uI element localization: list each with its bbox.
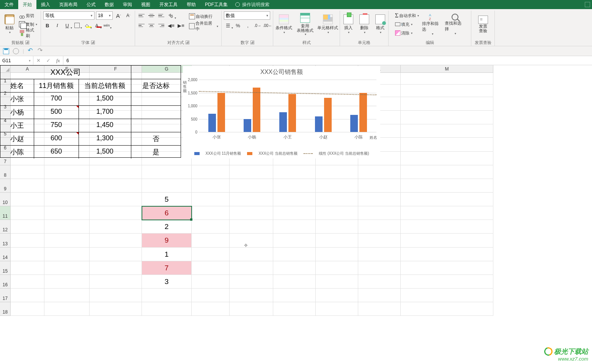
cell-g11[interactable]: 6: [142, 206, 192, 220]
cell[interactable]: [401, 220, 493, 234]
cell[interactable]: [401, 234, 493, 248]
cell[interactable]: [401, 289, 493, 302]
cell-g15[interactable]: 7: [142, 261, 192, 275]
cell[interactable]: [401, 152, 493, 165]
cell[interactable]: [230, 248, 273, 261]
cell[interactable]: [230, 193, 273, 206]
cell-styles-button[interactable]: 单元格样式▾: [317, 11, 339, 37]
redo-button[interactable]: [38, 48, 44, 54]
cell[interactable]: [192, 234, 230, 248]
cell[interactable]: [11, 248, 44, 261]
row-header-9[interactable]: 9: [0, 179, 11, 193]
table-cell[interactable]: 小陈: [0, 146, 34, 158]
cell[interactable]: [316, 220, 358, 234]
decrease-indent-button[interactable]: ◀≡: [167, 21, 175, 30]
cell[interactable]: [358, 193, 401, 206]
cell[interactable]: [273, 248, 316, 261]
menu-data[interactable]: 数据: [100, 0, 118, 9]
cell[interactable]: [44, 302, 90, 316]
formula-input[interactable]: 6: [63, 56, 592, 65]
table-cell[interactable]: 1,700: [79, 106, 131, 119]
underline-button[interactable]: U▾: [63, 21, 71, 30]
cell[interactable]: [44, 275, 90, 289]
cancel-formula-button[interactable]: ✕: [33, 58, 43, 63]
wrap-text-button[interactable]: 自动换行: [188, 12, 219, 20]
menu-view[interactable]: 视图: [137, 0, 155, 9]
comma-button[interactable]: ,: [244, 21, 252, 30]
cell[interactable]: [273, 206, 316, 220]
table-cell[interactable]: 小杨: [0, 106, 34, 119]
cell[interactable]: [11, 206, 44, 220]
insert-cells-button[interactable]: 插入▾: [341, 11, 356, 37]
cell[interactable]: [11, 193, 44, 206]
clear-button[interactable]: 清除▾: [394, 29, 420, 37]
cell[interactable]: [316, 206, 358, 220]
cell[interactable]: [358, 234, 401, 248]
conditional-format-button[interactable]: 条件格式▾: [274, 11, 293, 37]
table-cell[interactable]: 650: [34, 146, 79, 158]
spreadsheet-grid[interactable]: AEFGHIJKLM 123456789101112131415161718 5…: [0, 65, 592, 327]
row-header-17[interactable]: 17: [0, 289, 11, 302]
row-header-8[interactable]: 8: [0, 165, 11, 179]
cell[interactable]: [316, 165, 358, 179]
autosum-button[interactable]: Σ自动求和▾: [394, 11, 420, 20]
cell[interactable]: [358, 179, 401, 193]
cell[interactable]: [230, 179, 273, 193]
cell[interactable]: [11, 234, 44, 248]
cell[interactable]: [192, 193, 230, 206]
cell[interactable]: [44, 220, 90, 234]
tell-me-search[interactable]: 操作说明搜索: [235, 2, 269, 8]
cell[interactable]: [142, 302, 192, 316]
undo-button[interactable]: [28, 48, 34, 54]
cell[interactable]: [401, 275, 493, 289]
percent-button[interactable]: %: [234, 21, 242, 30]
table-cell[interactable]: 小张: [0, 93, 34, 105]
cell[interactable]: [230, 165, 273, 179]
cell[interactable]: [44, 248, 90, 261]
menu-pdf[interactable]: PDF工具集: [200, 0, 232, 9]
cell[interactable]: [90, 179, 142, 193]
font-launcher-icon[interactable]: [91, 41, 95, 44]
qat-button-2[interactable]: [13, 48, 19, 54]
cell-g12[interactable]: 2: [142, 220, 192, 234]
cell[interactable]: [90, 165, 142, 179]
table-cell[interactable]: 是: [131, 146, 181, 158]
table-cell[interactable]: [131, 93, 181, 105]
find-select-button[interactable]: 查找和选择▾: [445, 11, 465, 37]
cell[interactable]: [192, 289, 230, 302]
cell[interactable]: [90, 193, 142, 206]
cell[interactable]: [230, 206, 273, 220]
table-cell[interactable]: 1,300: [79, 132, 131, 145]
cell[interactable]: [44, 193, 90, 206]
cell[interactable]: [192, 165, 230, 179]
cell[interactable]: [44, 289, 90, 302]
cell[interactable]: [192, 275, 230, 289]
row-header-18[interactable]: 18: [0, 302, 11, 316]
cell[interactable]: [401, 85, 493, 97]
paste-button[interactable]: 粘贴 ▾: [2, 11, 17, 37]
font-size-select[interactable]: 18: [96, 11, 113, 20]
cell[interactable]: [316, 302, 358, 316]
cell[interactable]: [358, 248, 401, 261]
format-as-table-button[interactable]: 套用 表格格式▾: [295, 11, 315, 37]
delete-cells-button[interactable]: 删除▾: [357, 11, 372, 37]
cell[interactable]: [316, 275, 358, 289]
cell[interactable]: [273, 261, 316, 275]
cell[interactable]: [230, 289, 273, 302]
align-middle-button[interactable]: [147, 11, 156, 20]
cell[interactable]: [316, 289, 358, 302]
cell[interactable]: [230, 302, 273, 316]
cell[interactable]: [11, 302, 44, 316]
cell[interactable]: [316, 261, 358, 275]
align-bottom-button[interactable]: [157, 11, 165, 20]
row-header-13[interactable]: 13: [0, 234, 11, 248]
menu-home[interactable]: 开始: [18, 0, 36, 9]
menu-formula[interactable]: 公式: [82, 0, 100, 9]
table-title-blank[interactable]: [131, 66, 181, 79]
cell[interactable]: [401, 302, 493, 316]
cell[interactable]: [358, 165, 401, 179]
cell[interactable]: [401, 193, 493, 206]
row-header-10[interactable]: 10: [0, 193, 11, 206]
cell[interactable]: [11, 165, 44, 179]
align-launcher-icon[interactable]: [186, 41, 189, 44]
